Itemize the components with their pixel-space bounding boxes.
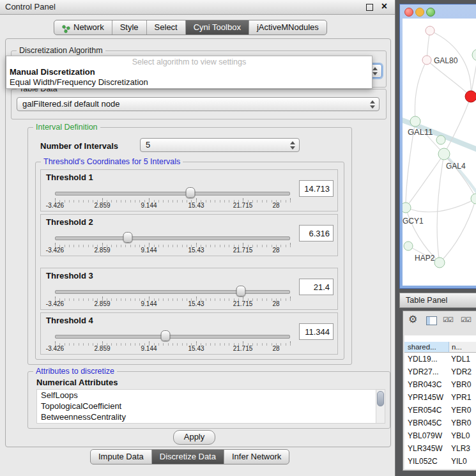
network-node-red-selected[interactable]	[465, 91, 476, 102]
network-edge[interactable]	[471, 55, 476, 96]
threshold-panel-1: Threshold 1 14.713 -3.426 2.859 9.144 15…	[40, 169, 338, 211]
threshold-value-field[interactable]: 14.713	[299, 180, 334, 197]
cell-name[interactable]: YBR0	[449, 417, 476, 429]
table-row[interactable]: YBL079WYBL0	[404, 429, 476, 442]
cell-name[interactable]: YBL0	[449, 429, 476, 442]
network-node-hap2[interactable]	[434, 257, 445, 268]
cell-name[interactable]: YPR1	[449, 391, 476, 404]
network-node-gal80[interactable]	[422, 56, 431, 65]
network-node[interactable]	[471, 194, 476, 204]
slider-track[interactable]	[55, 335, 290, 339]
threshold-value-field[interactable]: 6.316	[299, 225, 334, 242]
network-node[interactable]	[472, 49, 476, 61]
network-canvas[interactable]: GAL80 GAL11 GAL4 GCY1 HAP2	[403, 19, 476, 286]
threshold-slider[interactable]	[55, 285, 290, 296]
network-node[interactable]	[436, 135, 445, 144]
cell-shared-name[interactable]: YBR043C	[404, 378, 449, 391]
cell-shared-name[interactable]: YDL19...	[404, 353, 449, 365]
network-view-window: GAL80 GAL11 GAL4 GCY1 HAP2	[399, 4, 476, 289]
control-panel-titlebar: Control Panel ×	[0, 0, 395, 15]
list-item[interactable]: BetweennessCentrality	[37, 411, 385, 422]
cell-name[interactable]: YER0	[449, 404, 476, 417]
cell-shared-name[interactable]: YLR345W	[404, 442, 449, 455]
cell-name[interactable]: YDL1	[449, 353, 476, 365]
scale-label: 9.144	[135, 345, 163, 352]
network-node-gal4[interactable]	[438, 148, 450, 160]
column-selector-icon[interactable]	[426, 316, 437, 325]
cell-name[interactable]: YLR3	[449, 442, 476, 455]
cell-name[interactable]: YBR0	[449, 378, 476, 391]
table-row[interactable]: YDR27...YDR2	[404, 365, 476, 378]
slider-thumb[interactable]	[123, 232, 133, 243]
threshold-slider[interactable]	[55, 330, 290, 341]
desktop: Control Panel × Network Style	[0, 0, 476, 476]
threshold-slider[interactable]	[55, 187, 290, 198]
network-edge[interactable]	[415, 60, 427, 121]
tab-cyni-toolbox[interactable]: Cyni Toolbox	[185, 20, 249, 35]
cell-shared-name[interactable]: YDR27...	[404, 365, 449, 378]
apply-button[interactable]: Apply	[173, 430, 215, 445]
select-columns-icon[interactable]: ☑☑	[461, 316, 471, 323]
table-row[interactable]: YLR345WYLR3	[404, 442, 476, 455]
threshold-slider[interactable]	[55, 231, 290, 243]
slider-thumb[interactable]	[236, 286, 245, 296]
table-panel-window: ⚙ ☑☑ ☑☑ shared... n... YDL19...YDL1 YDR2…	[403, 311, 476, 471]
table-data-select[interactable]: galFiltered.sif default node	[17, 97, 380, 111]
select-rows-icon[interactable]: ☑☑	[443, 316, 453, 323]
cell-shared-name[interactable]: YIL052C	[404, 455, 449, 468]
table-row[interactable]: YBR043CYBR0	[404, 378, 476, 391]
tab-select[interactable]: Select	[146, 20, 185, 35]
settings-gear-icon[interactable]: ⚙	[408, 314, 417, 325]
table-panel-header[interactable]: Table Panel	[399, 293, 476, 308]
list-item[interactable]: SelfLoops	[37, 390, 385, 401]
network-node-gal11[interactable]	[410, 116, 420, 127]
network-edge[interactable]	[427, 60, 471, 96]
network-node-gcy1[interactable]	[403, 203, 411, 213]
slider-thumb[interactable]	[186, 187, 196, 198]
slider-thumb[interactable]	[160, 330, 170, 341]
cell-shared-name[interactable]: YER054C	[404, 404, 449, 417]
network-edge[interactable]	[437, 154, 444, 263]
slider-track[interactable]	[55, 290, 290, 294]
table-row[interactable]: YIL052CYIL0	[404, 455, 476, 468]
column-header-name[interactable]: n...	[449, 342, 476, 353]
dropdown-option-manual-discretization[interactable]: Manual Discretization	[6, 66, 372, 77]
tab-discretize-data[interactable]: Discretize Data	[151, 450, 224, 464]
mac-minimize-icon[interactable]	[415, 8, 424, 17]
threshold-value-field[interactable]: 21.4	[299, 279, 334, 295]
list-scrollbar[interactable]	[376, 390, 385, 423]
cell-name[interactable]: YIL0	[449, 455, 476, 468]
network-node[interactable]	[426, 26, 434, 35]
table-row[interactable]: YPR145WYPR1	[404, 391, 476, 404]
mac-close-icon[interactable]	[404, 8, 413, 17]
close-icon[interactable]: ×	[381, 1, 387, 12]
tab-label: Select	[155, 20, 178, 35]
network-edge[interactable]	[406, 199, 476, 212]
tab-style[interactable]: Style	[112, 20, 146, 35]
cell-shared-name[interactable]: YBR045C	[404, 417, 449, 429]
slider-track[interactable]	[55, 236, 290, 240]
cell-shared-name[interactable]: YPR145W	[404, 391, 449, 404]
threshold-value-field[interactable]: 11.344	[299, 323, 334, 340]
table-row[interactable]: YBR045CYBR0	[404, 417, 476, 429]
tab-infer-network[interactable]: Infer Network	[224, 450, 289, 464]
table-header-row: shared... n...	[404, 342, 476, 353]
list-item[interactable]: TopologicalCoefficient	[37, 401, 385, 411]
dropdown-option-equal-width[interactable]: Equal Width/Frequency Discretization	[6, 77, 372, 87]
tab-impute-data[interactable]: Impute Data	[91, 450, 151, 464]
network-edge[interactable]	[440, 199, 476, 263]
scrollbar-thumb[interactable]	[377, 391, 384, 406]
network-node[interactable]	[404, 242, 413, 250]
cell-name[interactable]: YDR2	[449, 365, 476, 378]
cell-shared-name[interactable]: YBL079W	[404, 429, 449, 442]
table-row[interactable]: YDL19...YDL1	[404, 353, 476, 365]
tab-network[interactable]: Network	[54, 20, 112, 35]
slider-track[interactable]	[55, 192, 290, 196]
number-of-intervals-select[interactable]: 5	[140, 138, 300, 152]
table-row[interactable]: YER054CYER0	[404, 404, 476, 417]
tab-jactivemnodules[interactable]: jActiveMNodules	[249, 20, 326, 35]
float-window-icon[interactable]	[366, 4, 373, 11]
column-header-shared-name[interactable]: shared...	[404, 342, 449, 353]
threshold-panel-4: Threshold 4 11.344 -3.426 2.859 9.144 15…	[40, 312, 338, 355]
mac-zoom-icon[interactable]	[426, 8, 435, 17]
